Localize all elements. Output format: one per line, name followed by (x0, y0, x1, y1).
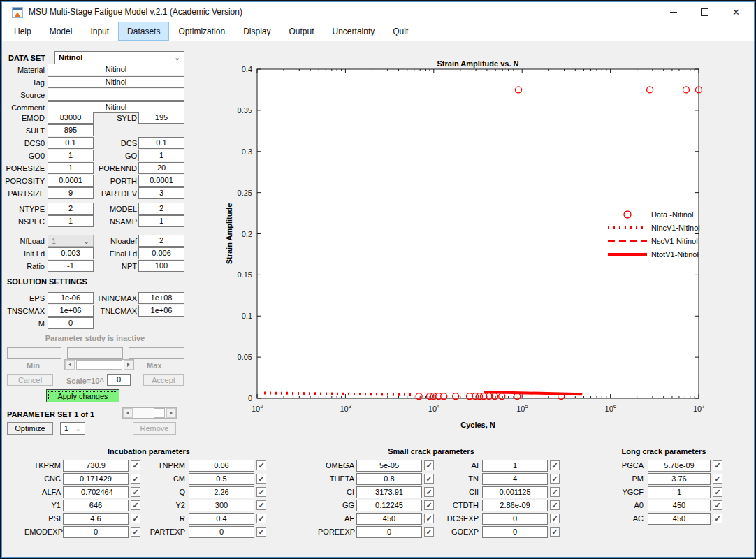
field-porennd[interactable]: 20 (138, 162, 184, 174)
field-sult[interactable]: 895 (48, 124, 94, 136)
info-field-source[interactable] (48, 89, 184, 101)
param-field-gg[interactable]: 0.12245 (356, 500, 422, 511)
menu-item-output[interactable]: Output (280, 22, 324, 41)
field-ntype[interactable]: 2 (48, 203, 94, 215)
param-checkbox-cii[interactable]: ✓ (550, 487, 560, 497)
param-field-tkprm[interactable]: 730.9 (63, 460, 129, 472)
param-checkbox-emodexp[interactable]: ✓ (131, 527, 140, 537)
param-study-slider[interactable] (64, 359, 134, 370)
cancel-button[interactable]: Cancel (7, 374, 53, 386)
field-poresize[interactable]: 1 (48, 162, 94, 174)
param-checkbox-ygcf[interactable]: ✓ (713, 487, 722, 497)
menu-item-input[interactable]: Input (81, 22, 118, 41)
slider-right-arrow-icon[interactable] (124, 360, 133, 370)
field-npt[interactable]: 100 (138, 260, 184, 272)
param-checkbox-cm[interactable]: ✓ (256, 474, 266, 484)
param-field-cnc[interactable]: 0.171429 (63, 473, 129, 485)
param-field-ac[interactable]: 450 (648, 513, 711, 525)
remove-button[interactable]: Remove (133, 422, 176, 435)
param-field-psi[interactable]: 4.6 (63, 513, 129, 525)
field-go[interactable]: 1 (138, 150, 184, 161)
field-tnincmax[interactable]: 1e+08 (138, 292, 184, 304)
field-porosity[interactable]: 0.0001 (48, 175, 94, 187)
accept-button[interactable]: Accept (143, 374, 184, 386)
param-checkbox-theta[interactable]: ✓ (424, 474, 434, 484)
param-field-y1[interactable]: 646 (63, 500, 129, 511)
param-field-omega[interactable]: 5e-05 (356, 460, 422, 472)
minimize-button[interactable] (657, 2, 689, 22)
field-partsize[interactable]: 9 (48, 187, 94, 199)
slider-thumb[interactable] (76, 360, 122, 370)
param-field-y2[interactable]: 300 (189, 500, 254, 511)
field-nspec[interactable]: 1 (48, 215, 94, 227)
parameter-set-slider[interactable] (122, 407, 177, 419)
data-set-dropdown[interactable]: Nitinol ⌄ (54, 51, 184, 64)
field-emod[interactable]: 83000 (48, 112, 94, 124)
param-field-ygcf[interactable]: 1 (648, 486, 711, 498)
maximize-button[interactable] (689, 2, 720, 22)
param-field-a0[interactable]: 450 (648, 500, 711, 511)
param-checkbox-y2[interactable]: ✓ (256, 500, 266, 510)
param-field-dcsexp[interactable]: 0 (482, 513, 548, 525)
param-checkbox-tnprm[interactable]: ✓ (256, 460, 266, 470)
field-ratio[interactable]: -1 (48, 260, 94, 272)
param-checkbox-cnc[interactable]: ✓ (131, 474, 140, 484)
param-checkbox-ai[interactable]: ✓ (550, 460, 560, 470)
param-checkbox-poreexp[interactable]: ✓ (424, 527, 434, 537)
param-field-cii[interactable]: 0.001125 (482, 486, 548, 498)
slider-left-arrow-icon[interactable] (123, 408, 133, 418)
field-go0[interactable]: 1 (48, 150, 94, 161)
param-study-field-3[interactable] (129, 347, 184, 359)
field-m[interactable]: 0 (48, 317, 94, 329)
param-field-theta[interactable]: 0.8 (356, 473, 422, 485)
field-init-ld[interactable]: 0.003 (48, 247, 94, 259)
field-tnscmax[interactable]: 1e+06 (48, 305, 94, 317)
field-dcs0[interactable]: 0.1 (48, 137, 94, 149)
param-checkbox-pgca[interactable]: ✓ (713, 460, 722, 470)
param-field-ctdth[interactable]: 2.86e-09 (482, 500, 548, 511)
param-field-r[interactable]: 0.4 (189, 513, 254, 525)
param-study-field-2[interactable] (67, 347, 123, 359)
slider-thumb[interactable] (154, 408, 165, 418)
field-nsamp[interactable]: 1 (138, 215, 184, 227)
menu-item-quit[interactable]: Quit (384, 22, 417, 41)
field-model[interactable]: 2 (138, 203, 184, 215)
param-checkbox-ci[interactable]: ✓ (424, 487, 434, 497)
param-checkbox-psi[interactable]: ✓ (131, 514, 140, 523)
field-porth[interactable]: 0.0001 (138, 175, 184, 187)
param-field-tn[interactable]: 4 (482, 473, 548, 485)
field-partdev[interactable]: 3 (138, 187, 184, 199)
menu-item-help[interactable]: Help (5, 22, 41, 41)
param-field-goexp[interactable]: 0 (482, 526, 548, 538)
param-checkbox-ctdth[interactable]: ✓ (550, 500, 560, 510)
param-checkbox-omega[interactable]: ✓ (424, 460, 434, 470)
field-nloadef[interactable]: 2 (138, 235, 184, 247)
slider-left-arrow-icon[interactable] (65, 360, 75, 370)
param-field-partexp[interactable]: 0 (189, 526, 254, 538)
param-checkbox-tn[interactable]: ✓ (550, 474, 560, 484)
param-checkbox-y1[interactable]: ✓ (131, 500, 140, 510)
field-syld[interactable]: 195 (138, 112, 184, 124)
optimize-button[interactable]: Optimize (7, 422, 53, 435)
scale-value-field[interactable]: 0 (107, 374, 131, 386)
param-field-alfa[interactable]: -0.702464 (63, 486, 129, 498)
param-field-pm[interactable]: 3.76 (648, 473, 711, 485)
param-field-cm[interactable]: 0.5 (189, 473, 254, 485)
param-checkbox-pm[interactable]: ✓ (713, 474, 722, 484)
param-checkbox-ac[interactable]: ✓ (713, 514, 722, 523)
param-checkbox-a0[interactable]: ✓ (713, 500, 722, 510)
param-checkbox-af[interactable]: ✓ (424, 514, 434, 523)
field-final-ld[interactable]: 0.006 (138, 247, 184, 259)
param-checkbox-gg[interactable]: ✓ (424, 500, 434, 510)
param-checkbox-r[interactable]: ✓ (256, 514, 266, 523)
param-field-q[interactable]: 2.26 (189, 486, 254, 498)
param-field-ai[interactable]: 1 (482, 460, 548, 472)
param-checkbox-goexp[interactable]: ✓ (550, 527, 560, 537)
param-field-emodexp[interactable]: 0 (63, 526, 129, 538)
field-nfload-dropdown[interactable]: 1⌄ (48, 235, 94, 247)
apply-changes-button[interactable]: Apply changes (46, 389, 119, 402)
close-button[interactable]: ✕ (720, 2, 752, 22)
menu-item-datasets[interactable]: Datasets (118, 22, 169, 41)
field-eps[interactable]: 1e-06 (48, 292, 94, 304)
param-field-poreexp[interactable]: 0 (356, 526, 422, 538)
